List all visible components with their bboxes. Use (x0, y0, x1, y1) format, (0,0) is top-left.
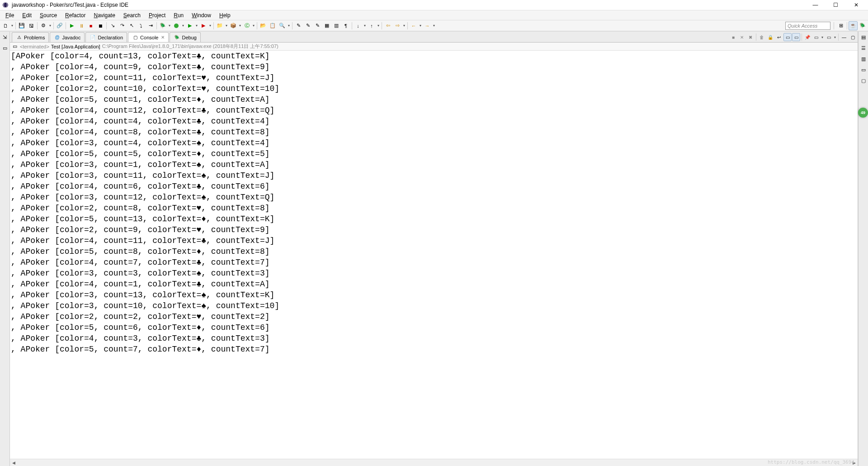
restore-trim-icon[interactable]: ▢ (859, 76, 868, 85)
prev-annotation-icon[interactable]: ↑ (367, 21, 376, 30)
run-last-icon[interactable]: ▶ (199, 21, 208, 30)
debug-icon[interactable]: 🪲 (158, 21, 167, 30)
horizontal-scrollbar[interactable]: ◀ ▶ (10, 459, 858, 466)
tab-debug[interactable]: 🪲 Debug (170, 32, 200, 42)
annotation-prev-icon[interactable]: ✎ (294, 21, 303, 30)
minimize-trim-icon[interactable]: ▭ (859, 65, 868, 74)
debug-dropdown[interactable]: ▾ (168, 24, 171, 28)
menu-refactor[interactable]: Refactor (61, 11, 89, 19)
show-on-stderr-icon[interactable]: ▭ (792, 33, 800, 41)
outline-view-icon[interactable]: ▤ (859, 33, 868, 42)
display-selected-icon[interactable]: ▭ (812, 33, 820, 41)
menu-window[interactable]: Window (188, 11, 215, 19)
prev-annotation-dropdown[interactable]: ▾ (377, 24, 380, 28)
scroll-lock-icon[interactable]: 🔒 (766, 33, 774, 41)
show-on-stdout-icon[interactable]: ▭ (783, 33, 792, 41)
debug-perspective-icon[interactable]: 🪲 (858, 21, 867, 30)
open-console-icon[interactable]: ▭ (825, 33, 833, 41)
save-all-icon[interactable]: 🖫 (27, 21, 36, 30)
menu-search[interactable]: Search (120, 11, 144, 19)
search-dropdown[interactable]: ▾ (287, 24, 291, 28)
run-icon[interactable] (172, 21, 181, 30)
maximize-icon[interactable]: ▢ (849, 33, 857, 41)
history-dropdown[interactable]: ▾ (402, 24, 406, 28)
task-list-icon[interactable]: ☰ (859, 43, 868, 52)
build-dropdown[interactable]: ▾ (48, 24, 52, 28)
suspend-icon[interactable]: ⏸ (77, 21, 86, 30)
nav-back-icon[interactable]: ← (409, 21, 418, 30)
menu-source[interactable]: Source (36, 11, 61, 19)
coverage-dropdown[interactable]: ▾ (195, 24, 198, 28)
tab-javadoc[interactable]: @ Javadoc (50, 32, 85, 42)
package-explorer-icon[interactable]: ▥ (859, 54, 868, 63)
next-annotation-dropdown[interactable]: ▾ (363, 24, 367, 28)
minimize-button[interactable]: — (805, 0, 826, 10)
minimize-icon[interactable]: — (840, 33, 848, 41)
back-icon[interactable]: ⇦ (383, 21, 392, 30)
menu-help[interactable]: Help (216, 11, 234, 19)
new-java-project-dropdown[interactable]: ▾ (225, 24, 228, 28)
step-into-icon[interactable]: ↘ (108, 21, 117, 30)
nav-forward-dropdown[interactable]: ▾ (432, 24, 436, 28)
tab-console[interactable]: ▢ Console ✕ (128, 32, 169, 42)
save-icon[interactable]: 💾 (17, 21, 26, 30)
annotation-next-icon[interactable]: ✎ (303, 21, 312, 30)
open-task-icon[interactable]: 📋 (268, 21, 277, 30)
mark-occurrences-icon[interactable]: ▦ (322, 21, 331, 30)
toggle-breakpoint-icon[interactable]: 🔗 (55, 21, 64, 30)
search-icon[interactable]: 🔍 (278, 21, 287, 30)
open-console-dropdown[interactable]: ▾ (833, 35, 837, 39)
new-class-dropdown[interactable]: ▾ (252, 24, 255, 28)
step-filters-icon[interactable]: ⇥ (146, 21, 155, 30)
new-package-dropdown[interactable]: ▾ (238, 24, 242, 28)
disconnect-icon[interactable]: ⏹ (96, 21, 105, 30)
notification-badge[interactable]: 49 (858, 108, 868, 118)
maximize-button[interactable]: ☐ (826, 0, 846, 10)
tab-problems[interactable]: ⚠ Problems (12, 32, 49, 42)
display-selected-dropdown[interactable]: ▾ (821, 35, 824, 39)
run-last-dropdown[interactable]: ▾ (208, 24, 212, 28)
last-edit-icon[interactable]: ✎ (313, 21, 322, 30)
remove-launch-icon[interactable]: ✕ (738, 33, 746, 41)
minimize-view-icon[interactable]: ▭ (0, 43, 9, 52)
quick-access-input[interactable]: Quick Access (785, 22, 830, 30)
forward-icon[interactable]: ⇨ (393, 21, 402, 30)
open-type-icon[interactable]: 📂 (259, 21, 268, 30)
new-java-project-icon[interactable]: 📁 (215, 21, 224, 30)
new-class-icon[interactable]: Ⓒ (242, 21, 251, 30)
close-icon[interactable]: ✕ (161, 35, 165, 40)
restore-view-icon[interactable]: ⇲ (0, 33, 9, 42)
new-package-icon[interactable]: 📦 (229, 21, 238, 30)
build-icon[interactable]: ⚙ (39, 21, 48, 30)
menu-project[interactable]: Project (145, 11, 169, 19)
show-whitespace-icon[interactable]: ¶ (341, 21, 350, 30)
menu-run[interactable]: Run (170, 11, 187, 19)
resume-icon[interactable]: ▶ (67, 21, 76, 30)
menu-file[interactable]: File (2, 11, 18, 19)
run-dropdown[interactable]: ▾ (181, 24, 185, 28)
open-perspective-icon[interactable]: ⊞ (836, 21, 845, 30)
tab-declaration[interactable]: 📄 Declaration (85, 32, 127, 42)
block-selection-icon[interactable]: ▥ (332, 21, 341, 30)
nav-back-dropdown[interactable]: ▾ (419, 24, 422, 28)
new-dropdown[interactable]: ▾ (10, 24, 14, 28)
menu-edit[interactable]: Edit (19, 11, 35, 19)
scroll-left-icon[interactable]: ◀ (10, 459, 17, 466)
step-over-icon[interactable]: ↷ (118, 21, 127, 30)
step-return-icon[interactable]: ↖ (127, 21, 136, 30)
pin-console-icon[interactable]: 📌 (803, 33, 811, 41)
word-wrap-icon[interactable]: ↩ (775, 33, 783, 41)
clear-console-icon[interactable]: 🗑 (758, 33, 766, 41)
drop-to-frame-icon[interactable]: ⤵ (137, 21, 146, 30)
terminate-console-icon[interactable]: ■ (729, 33, 737, 41)
coverage-icon[interactable]: ▶ (185, 21, 194, 30)
next-annotation-icon[interactable]: ↓ (354, 21, 363, 30)
close-button[interactable]: ✕ (846, 0, 866, 10)
java-perspective-icon[interactable]: ☕ (849, 21, 858, 30)
terminate-icon[interactable]: ■ (86, 21, 95, 30)
new-icon[interactable]: 🗋 (1, 21, 10, 30)
menu-navigate[interactable]: Navigate (90, 11, 118, 19)
nav-forward-icon[interactable]: → (423, 21, 432, 30)
console-output[interactable]: [APoker [color=4, count=13, colorText=♣,… (10, 51, 858, 459)
remove-all-icon[interactable]: ✖ (746, 33, 755, 41)
